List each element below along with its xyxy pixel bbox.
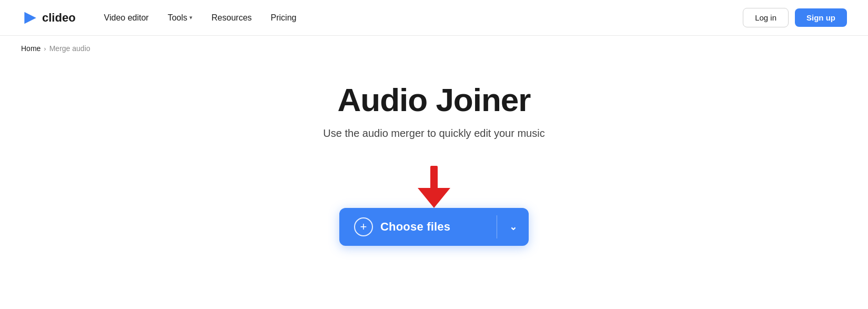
tools-dropdown-icon: ▾ — [189, 14, 193, 21]
breadcrumb-current: Merge audio — [49, 44, 90, 53]
breadcrumb: Home › Merge audio — [0, 36, 868, 61]
plus-circle-icon: + — [354, 217, 373, 236]
header-actions: Log in Sign up — [743, 8, 847, 27]
choose-files-dropdown-button[interactable]: ⌄ — [497, 208, 529, 246]
logo[interactable]: clideo — [21, 9, 76, 26]
chevron-down-icon: ⌄ — [509, 221, 517, 233]
signup-button[interactable]: Sign up — [795, 8, 847, 27]
logo-icon — [21, 9, 38, 26]
page-title: Audio Joiner — [338, 82, 531, 118]
choose-files-button[interactable]: + Choose files — [339, 208, 497, 246]
breadcrumb-separator: › — [44, 45, 46, 53]
arrow-container — [416, 166, 452, 208]
header: clideo Video editor Tools ▾ Resources Pr… — [0, 0, 868, 36]
main-content: Audio Joiner Use the audio merger to qui… — [0, 61, 868, 277]
red-arrow-icon — [416, 166, 452, 208]
nav-item-pricing[interactable]: Pricing — [264, 9, 304, 27]
breadcrumb-home[interactable]: Home — [21, 44, 41, 53]
page-subtitle: Use the audio merger to quickly edit you… — [323, 127, 544, 139]
login-button[interactable]: Log in — [743, 8, 789, 27]
nav-item-tools[interactable]: Tools ▾ — [160, 9, 200, 27]
choose-files-label: Choose files — [380, 220, 450, 234]
svg-marker-0 — [24, 12, 36, 23]
choose-files-wrapper: + Choose files ⌄ — [339, 208, 529, 246]
nav-item-resources[interactable]: Resources — [204, 9, 259, 27]
svg-marker-2 — [418, 188, 450, 208]
logo-text: clideo — [42, 11, 76, 25]
main-nav: Video editor Tools ▾ Resources Pricing — [97, 9, 743, 27]
nav-item-video-editor[interactable]: Video editor — [97, 9, 156, 27]
plus-icon: + — [360, 221, 367, 233]
